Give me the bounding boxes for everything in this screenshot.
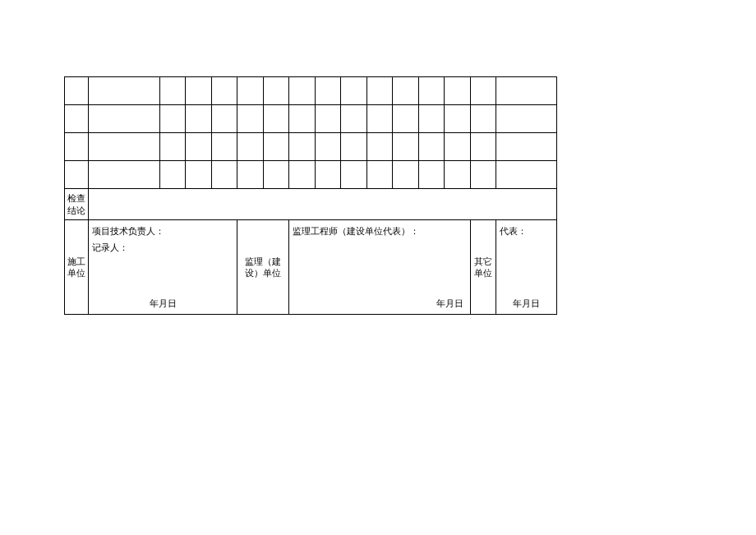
cell	[366, 161, 393, 189]
other-date: 年月日	[500, 297, 553, 309]
cell	[315, 77, 341, 105]
cell	[159, 161, 186, 189]
cell	[393, 161, 419, 189]
cell	[237, 77, 264, 105]
cell	[445, 77, 471, 105]
cell	[263, 105, 289, 133]
recorder-label: 记录人：	[92, 242, 233, 253]
cell	[418, 77, 445, 105]
supervision-date: 年月日	[293, 297, 467, 309]
cell	[470, 105, 496, 133]
cell	[341, 105, 367, 133]
data-row-4	[65, 161, 557, 189]
construction-date: 年月日	[92, 297, 233, 309]
cell	[496, 133, 557, 161]
cell	[315, 105, 341, 133]
cell	[237, 161, 264, 189]
inspection-form-table: 检查结论 施工单位 项目技术负责人： 记录人： 年月日 监理（建设）单位 监理工…	[64, 76, 557, 315]
cell	[65, 161, 89, 189]
cell	[186, 77, 212, 105]
cell	[315, 133, 341, 161]
cell	[418, 133, 445, 161]
cell	[65, 77, 89, 105]
cell	[89, 105, 159, 133]
cell	[496, 77, 557, 105]
cell	[159, 105, 186, 133]
cell	[366, 133, 393, 161]
data-row-3	[65, 133, 557, 161]
cell	[445, 161, 471, 189]
cell	[341, 161, 367, 189]
cell	[186, 161, 212, 189]
cell	[393, 133, 419, 161]
cell	[289, 105, 316, 133]
cell	[65, 133, 89, 161]
cell	[445, 133, 471, 161]
supervision-engineer-label: 监理工程师（建设单位代表）：	[293, 225, 467, 237]
project-tech-leader-label: 项目技术负责人：	[92, 225, 233, 237]
cell	[341, 77, 367, 105]
cell	[186, 133, 212, 161]
cell	[263, 161, 289, 189]
cell	[496, 105, 557, 133]
cell	[289, 133, 316, 161]
cell	[89, 133, 159, 161]
cell	[237, 105, 264, 133]
conclusion-row: 检查结论	[65, 189, 557, 220]
conclusion-content	[89, 189, 557, 220]
cell	[237, 133, 264, 161]
cell	[159, 77, 186, 105]
cell	[159, 133, 186, 161]
cell	[366, 77, 393, 105]
cell	[341, 133, 367, 161]
form-table-container: 检查结论 施工单位 项目技术负责人： 记录人： 年月日 监理（建设）单位 监理工…	[64, 76, 557, 315]
conclusion-label: 检查结论	[65, 189, 89, 220]
cell	[289, 77, 316, 105]
cell	[445, 105, 471, 133]
construction-unit-label: 施工单位	[65, 220, 89, 315]
cell	[89, 77, 159, 105]
cell	[470, 77, 496, 105]
signature-row: 施工单位 项目技术负责人： 记录人： 年月日 监理（建设）单位 监理工程师（建设…	[65, 220, 557, 315]
construction-unit-sign-area: 项目技术负责人： 记录人： 年月日	[89, 220, 237, 315]
cell	[211, 161, 237, 189]
data-row-1	[65, 77, 557, 105]
cell	[186, 105, 212, 133]
data-row-2	[65, 105, 557, 133]
cell	[315, 161, 341, 189]
cell	[211, 77, 237, 105]
cell	[263, 133, 289, 161]
cell	[393, 105, 419, 133]
cell	[211, 105, 237, 133]
cell	[65, 105, 89, 133]
representative-label: 代表：	[500, 225, 553, 237]
cell	[366, 105, 393, 133]
cell	[418, 105, 445, 133]
supervision-unit-sign-area: 监理工程师（建设单位代表）： 年月日	[289, 220, 471, 315]
other-unit-label: 其它单位	[470, 220, 496, 315]
cell	[289, 161, 316, 189]
cell	[470, 133, 496, 161]
cell	[418, 161, 445, 189]
cell	[263, 77, 289, 105]
cell	[393, 77, 419, 105]
cell	[89, 161, 159, 189]
cell	[496, 161, 557, 189]
supervision-unit-label: 监理（建设）单位	[237, 220, 289, 315]
cell	[211, 133, 237, 161]
cell	[470, 161, 496, 189]
other-unit-sign-area: 代表： 年月日	[496, 220, 557, 315]
